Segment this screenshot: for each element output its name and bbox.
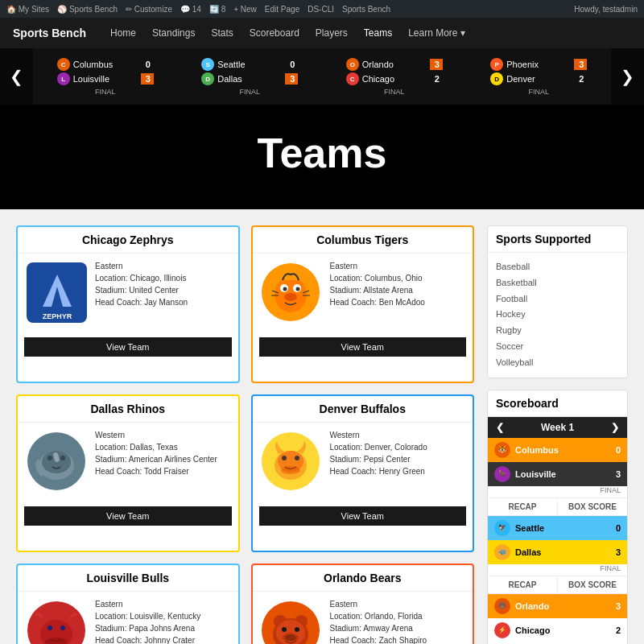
score-team-row-dallas: 🦏 Dallas 3: [488, 540, 627, 564]
sports-supported-title: Sports Supported: [488, 226, 627, 253]
louisville-score-name: Louisville: [515, 469, 605, 479]
dallas-score-pts: 3: [605, 547, 621, 557]
admin-site-name[interactable]: Sports Bench: [342, 5, 390, 14]
columbus-tigers-info: EasternLocation: Columbus, OhioStadium: …: [330, 260, 425, 324]
chicago-score-name: Chicago: [515, 625, 605, 635]
team-card-footer: View Team: [18, 331, 238, 363]
team-card-footer: View Team: [253, 500, 473, 532]
svg-point-28: [295, 456, 299, 460]
dallas-rhinos-info: WesternLocation: Dallas, TexasStadium: A…: [95, 429, 217, 493]
svg-point-20: [60, 456, 65, 460]
team-card-footer: View Team: [18, 500, 238, 532]
ticker-row: O Orlando 3: [346, 57, 443, 72]
chicago-score-logo: ⚡: [494, 622, 510, 638]
admin-updates[interactable]: 🔄 8: [209, 5, 225, 14]
orlando-ticker-name: Orlando: [362, 60, 430, 69]
admin-new[interactable]: + New: [233, 5, 257, 14]
ticker-row: P Phoenix 3: [490, 57, 587, 72]
sport-basketball: Basketball: [496, 275, 619, 291]
view-team-dallas-rhinos[interactable]: View Team: [24, 506, 232, 526]
box-score-btn-columbus-louisville[interactable]: BOX SCORE: [558, 498, 627, 515]
phoenix-ticker-score: 3: [574, 59, 587, 70]
view-team-denver-buffalos[interactable]: View Team: [259, 506, 467, 526]
recap-btn-seattle-dallas[interactable]: RECAP: [488, 576, 557, 593]
team-card-chicago-zephrys: Chicago Zephrys ZEPHYR EasternLocation: …: [16, 225, 240, 383]
right-sidebar: Sports Supported Baseball Basketball Foo…: [487, 225, 628, 644]
chicago-zephrys-logo: ZEPHYR: [24, 260, 89, 324]
team-card-body: ZEPHYR EasternLocation: Chicago, Illinoi…: [18, 254, 238, 331]
team-card-columbus-tigers: Columbus Tigers: [251, 225, 475, 383]
columbus-tigers-logo: [259, 260, 324, 324]
svg-point-8: [296, 287, 300, 291]
svg-point-29: [281, 466, 300, 474]
admin-customize[interactable]: ✏ Customize: [126, 5, 172, 14]
ticker: ❮ C Columbus 0 L Louisville 3 FINAL S Se…: [0, 48, 644, 105]
sport-soccer: Soccer: [496, 339, 619, 355]
ticker-row: C Columbus 0: [57, 57, 154, 72]
ticker-game-2: S Seattle 0 D Dallas 3 FINAL: [201, 57, 298, 96]
page-title: Teams: [16, 129, 628, 177]
columbus-ticker-logo: C: [57, 58, 70, 71]
louisville-bulls-logo: [24, 598, 89, 644]
nav-teams[interactable]: Teams: [356, 18, 400, 48]
louisville-ticker-logo: L: [57, 72, 70, 85]
nav-standings[interactable]: Standings: [144, 18, 203, 48]
nav-players[interactable]: Players: [308, 18, 356, 48]
admin-ds-cli[interactable]: DS-CLI: [308, 5, 334, 14]
dallas-ticker-logo: D: [201, 72, 214, 85]
ticker-game-1: C Columbus 0 L Louisville 3 FINAL: [57, 57, 154, 96]
view-team-columbus-tigers[interactable]: View Team: [259, 337, 467, 357]
score-team-row-louisville: 🐂 Louisville 3: [488, 462, 627, 486]
nav-stats[interactable]: Stats: [203, 18, 241, 48]
admin-edit-page[interactable]: Edit Page: [265, 5, 299, 14]
score-week-right-arrow[interactable]: ❯: [611, 422, 619, 433]
view-team-chicago-zephrys[interactable]: View Team: [24, 337, 232, 357]
svg-point-19: [47, 456, 52, 460]
ticker-left-arrow[interactable]: ❮: [0, 48, 33, 105]
nav-bar: Sports Bench Home Standings Stats Scoreb…: [0, 18, 644, 48]
box-score-btn-seattle-dallas[interactable]: BOX SCORE: [558, 576, 627, 593]
score-week-left-arrow[interactable]: ❮: [496, 422, 504, 433]
svg-point-27: [282, 456, 287, 460]
score-actions-seattle-dallas: RECAP BOX SCORE: [488, 576, 627, 593]
orlando-score-name: Orlando: [515, 601, 605, 611]
svg-text:ZEPHYR: ZEPHYR: [42, 312, 72, 320]
dallas-score-name: Dallas: [515, 547, 605, 557]
admin-bar: 🏠 My Sites ⚾ Sports Bench ✏ Customize 💬 …: [0, 0, 644, 18]
nav-home[interactable]: Home: [102, 18, 144, 48]
sport-hockey: Hockey: [496, 307, 619, 323]
chicago-zephrys-info: EasternLocation: Chicago, IllinoisStadiu…: [95, 260, 188, 324]
score-team-row-seattle: 🦅 Seattle 0: [488, 516, 627, 540]
columbus-score-logo: 🐯: [494, 442, 510, 458]
team-card-body: EasternLocation: Columbus, OhioStadium: …: [253, 254, 473, 331]
ticker-row: D Dallas 3: [201, 72, 298, 86]
teams-grid: Chicago Zephrys ZEPHYR EasternLocation: …: [16, 225, 474, 644]
admin-howdy: Howdy, testadmin: [574, 5, 638, 14]
phoenix-ticker-logo: P: [490, 58, 503, 71]
sport-baseball: Baseball: [496, 259, 619, 275]
score-game-columbus-louisville: 🐯 Columbus 0 🐂 Louisville 3 FINAL RECAP …: [488, 438, 627, 516]
nav-learn-more[interactable]: Learn More ▾: [400, 18, 473, 48]
team-card-body: EasternLocation: Louisville, KentuckySta…: [18, 592, 238, 644]
nav-scoreboard[interactable]: Scoreboard: [242, 18, 308, 48]
ticker-right-arrow[interactable]: ❯: [611, 48, 644, 105]
team-card-orlando-bears: Orlando Bears: [251, 564, 475, 644]
score-game-seattle-dallas: 🦅 Seattle 0 🦏 Dallas 3 FINAL RECAP BOX S…: [488, 516, 627, 594]
orlando-bears-logo: [259, 598, 324, 644]
sports-supported-box: Sports Supported Baseball Basketball Foo…: [487, 225, 628, 378]
ticker-final-2: FINAL: [239, 88, 260, 96]
score-actions-columbus-louisville: RECAP BOX SCORE: [488, 497, 627, 515]
team-name-dallas-rhinos: Dallas Rhinos: [18, 396, 238, 423]
recap-btn-columbus-louisville[interactable]: RECAP: [488, 498, 557, 515]
team-name-denver-buffalos: Denver Buffalos: [253, 396, 473, 423]
admin-comments[interactable]: 💬 14: [180, 5, 201, 14]
svg-point-34: [47, 625, 52, 630]
score-final-seattle-dallas: FINAL: [488, 564, 627, 576]
sport-rugby: Rugby: [496, 323, 619, 339]
svg-point-7: [283, 287, 287, 291]
denver-buffalos-logo: [259, 429, 324, 493]
seattle-score-logo: 🦅: [494, 520, 510, 536]
admin-sports-bench[interactable]: ⚾ Sports Bench: [57, 5, 118, 14]
sports-supported-content: Baseball Basketball Football Hockey Rugb…: [488, 253, 627, 378]
admin-my-sites[interactable]: 🏠 My Sites: [6, 5, 49, 14]
